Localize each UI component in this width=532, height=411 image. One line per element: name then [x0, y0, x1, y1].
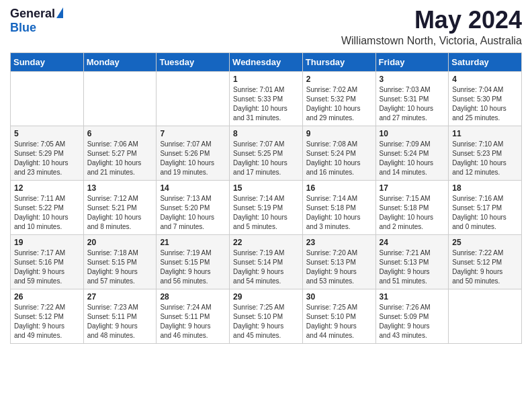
day-info: Sunrise: 7:01 AM Sunset: 5:33 PM Dayligh… [233, 85, 299, 123]
calendar-header-tuesday: Tuesday [157, 52, 230, 71]
calendar-header-wednesday: Wednesday [230, 52, 303, 71]
day-number: 14 [160, 183, 226, 193]
title-section: May 2024 Williamstown North, Victoria, A… [341, 7, 522, 47]
day-number: 31 [380, 292, 445, 302]
calendar-week-row: 12Sunrise: 7:11 AM Sunset: 5:22 PM Dayli… [11, 180, 522, 234]
calendar-cell: 28Sunrise: 7:24 AM Sunset: 5:11 PM Dayli… [157, 289, 230, 343]
day-info: Sunrise: 7:26 AM Sunset: 5:09 PM Dayligh… [380, 303, 445, 340]
day-info: Sunrise: 7:19 AM Sunset: 5:15 PM Dayligh… [160, 248, 226, 286]
logo: General Blue [10, 7, 63, 35]
calendar-cell: 19Sunrise: 7:17 AM Sunset: 5:16 PM Dayli… [11, 234, 84, 289]
day-info: Sunrise: 7:17 AM Sunset: 5:16 PM Dayligh… [14, 248, 80, 286]
calendar-cell: 7Sunrise: 7:07 AM Sunset: 5:26 PM Daylig… [157, 126, 230, 180]
day-number: 22 [233, 238, 299, 247]
day-info: Sunrise: 7:25 AM Sunset: 5:10 PM Dayligh… [233, 303, 299, 340]
day-number: 5 [14, 129, 80, 138]
day-number: 9 [306, 129, 372, 138]
day-info: Sunrise: 7:14 AM Sunset: 5:18 PM Dayligh… [306, 194, 372, 232]
day-info: Sunrise: 7:07 AM Sunset: 5:25 PM Dayligh… [233, 140, 299, 177]
day-info: Sunrise: 7:21 AM Sunset: 5:13 PM Dayligh… [380, 248, 445, 286]
calendar-cell: 20Sunrise: 7:18 AM Sunset: 5:15 PM Dayli… [83, 234, 157, 289]
day-info: Sunrise: 7:11 AM Sunset: 5:22 PM Dayligh… [14, 194, 80, 232]
day-info: Sunrise: 7:12 AM Sunset: 5:21 PM Dayligh… [87, 194, 153, 232]
day-info: Sunrise: 7:24 AM Sunset: 5:11 PM Dayligh… [160, 303, 226, 340]
calendar-cell: 13Sunrise: 7:12 AM Sunset: 5:21 PM Dayli… [83, 180, 157, 234]
logo-general-text: General [10, 7, 55, 21]
day-info: Sunrise: 7:22 AM Sunset: 5:12 PM Dayligh… [14, 303, 80, 340]
day-number: 13 [87, 183, 153, 193]
day-number: 19 [14, 238, 80, 247]
day-number: 11 [452, 129, 518, 138]
calendar-cell: 18Sunrise: 7:16 AM Sunset: 5:17 PM Dayli… [449, 180, 522, 234]
calendar-header-saturday: Saturday [449, 52, 522, 71]
calendar-cell: 1Sunrise: 7:01 AM Sunset: 5:33 PM Daylig… [230, 71, 303, 126]
day-number: 6 [87, 129, 153, 138]
calendar-header-monday: Monday [83, 52, 157, 71]
day-number: 21 [160, 238, 226, 247]
day-info: Sunrise: 7:20 AM Sunset: 5:13 PM Dayligh… [306, 248, 372, 286]
day-number: 4 [452, 75, 518, 84]
day-info: Sunrise: 7:25 AM Sunset: 5:10 PM Dayligh… [306, 303, 372, 340]
logo-blue-text: Blue [10, 21, 36, 35]
day-info: Sunrise: 7:04 AM Sunset: 5:30 PM Dayligh… [452, 85, 518, 123]
calendar-cell: 4Sunrise: 7:04 AM Sunset: 5:30 PM Daylig… [449, 71, 522, 126]
calendar-cell: 14Sunrise: 7:13 AM Sunset: 5:20 PM Dayli… [157, 180, 230, 234]
day-info: Sunrise: 7:10 AM Sunset: 5:23 PM Dayligh… [452, 140, 518, 177]
day-number: 1 [233, 75, 299, 84]
calendar-cell: 2Sunrise: 7:02 AM Sunset: 5:32 PM Daylig… [302, 71, 375, 126]
day-number: 23 [306, 238, 372, 247]
day-number: 30 [306, 292, 372, 302]
calendar-cell: 24Sunrise: 7:21 AM Sunset: 5:13 PM Dayli… [375, 234, 449, 289]
day-number: 25 [452, 238, 518, 247]
calendar-week-row: 19Sunrise: 7:17 AM Sunset: 5:16 PM Dayli… [11, 234, 522, 289]
day-info: Sunrise: 7:06 AM Sunset: 5:27 PM Dayligh… [87, 140, 153, 177]
calendar-week-row: 5Sunrise: 7:05 AM Sunset: 5:29 PM Daylig… [11, 126, 522, 180]
calendar-cell [83, 71, 157, 126]
day-info: Sunrise: 7:23 AM Sunset: 5:11 PM Dayligh… [87, 303, 153, 340]
calendar-cell [449, 289, 522, 343]
calendar-header-thursday: Thursday [302, 52, 375, 71]
day-number: 10 [380, 129, 445, 138]
calendar-body: 1Sunrise: 7:01 AM Sunset: 5:33 PM Daylig… [11, 71, 522, 343]
calendar-cell: 9Sunrise: 7:08 AM Sunset: 5:24 PM Daylig… [302, 126, 375, 180]
day-info: Sunrise: 7:03 AM Sunset: 5:31 PM Dayligh… [380, 85, 445, 123]
day-number: 26 [14, 292, 80, 302]
page-header: General Blue May 2024 Williamstown North… [10, 7, 522, 47]
calendar-cell: 22Sunrise: 7:19 AM Sunset: 5:14 PM Dayli… [230, 234, 303, 289]
day-number: 2 [306, 75, 372, 84]
day-info: Sunrise: 7:22 AM Sunset: 5:12 PM Dayligh… [452, 248, 518, 286]
calendar-header-friday: Friday [375, 52, 449, 71]
calendar-cell: 16Sunrise: 7:14 AM Sunset: 5:18 PM Dayli… [302, 180, 375, 234]
day-number: 8 [233, 129, 299, 138]
calendar-cell [157, 71, 230, 126]
day-number: 27 [87, 292, 153, 302]
calendar-cell: 25Sunrise: 7:22 AM Sunset: 5:12 PM Dayli… [449, 234, 522, 289]
calendar-week-row: 1Sunrise: 7:01 AM Sunset: 5:33 PM Daylig… [11, 71, 522, 126]
day-number: 24 [380, 238, 445, 247]
day-info: Sunrise: 7:19 AM Sunset: 5:14 PM Dayligh… [233, 248, 299, 286]
calendar-cell: 30Sunrise: 7:25 AM Sunset: 5:10 PM Dayli… [302, 289, 375, 343]
day-info: Sunrise: 7:13 AM Sunset: 5:20 PM Dayligh… [160, 194, 226, 232]
day-number: 3 [380, 75, 445, 84]
day-number: 28 [160, 292, 226, 302]
calendar-cell: 29Sunrise: 7:25 AM Sunset: 5:10 PM Dayli… [230, 289, 303, 343]
day-number: 16 [306, 183, 372, 193]
calendar-table: SundayMondayTuesdayWednesdayThursdayFrid… [10, 52, 522, 344]
day-number: 7 [160, 129, 226, 138]
calendar-cell: 17Sunrise: 7:15 AM Sunset: 5:18 PM Dayli… [375, 180, 449, 234]
month-title: May 2024 [341, 7, 522, 34]
day-info: Sunrise: 7:07 AM Sunset: 5:26 PM Dayligh… [160, 140, 226, 177]
calendar-cell: 15Sunrise: 7:14 AM Sunset: 5:19 PM Dayli… [230, 180, 303, 234]
calendar-cell: 8Sunrise: 7:07 AM Sunset: 5:25 PM Daylig… [230, 126, 303, 180]
calendar-cell: 27Sunrise: 7:23 AM Sunset: 5:11 PM Dayli… [83, 289, 157, 343]
calendar-cell: 21Sunrise: 7:19 AM Sunset: 5:15 PM Dayli… [157, 234, 230, 289]
calendar-cell: 12Sunrise: 7:11 AM Sunset: 5:22 PM Dayli… [11, 180, 84, 234]
calendar-cell: 31Sunrise: 7:26 AM Sunset: 5:09 PM Dayli… [375, 289, 449, 343]
day-number: 29 [233, 292, 299, 302]
day-number: 15 [233, 183, 299, 193]
calendar-cell: 26Sunrise: 7:22 AM Sunset: 5:12 PM Dayli… [11, 289, 84, 343]
day-number: 18 [452, 183, 518, 193]
calendar-header-row: SundayMondayTuesdayWednesdayThursdayFrid… [11, 52, 522, 71]
calendar-cell [11, 71, 84, 126]
calendar-cell: 5Sunrise: 7:05 AM Sunset: 5:29 PM Daylig… [11, 126, 84, 180]
